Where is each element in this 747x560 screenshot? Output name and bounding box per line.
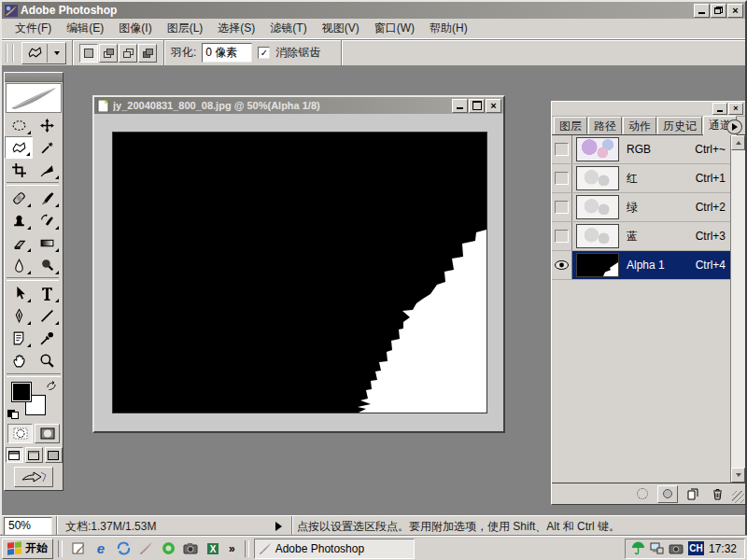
brush-tool[interactable] bbox=[33, 187, 61, 209]
channel-row-blue[interactable]: 蓝Ctrl+3 bbox=[552, 222, 731, 251]
eyedropper-tool[interactable] bbox=[33, 327, 61, 349]
photoshop-quicklaunch-icon[interactable] bbox=[137, 540, 154, 557]
delete-channel-button[interactable] bbox=[708, 486, 726, 502]
fullscreen-menubar-button[interactable] bbox=[25, 447, 43, 463]
visibility-toggle[interactable] bbox=[552, 251, 572, 279]
menu-view[interactable]: 视图(V) bbox=[315, 19, 367, 38]
network-computer-icon[interactable] bbox=[650, 542, 664, 554]
menu-help[interactable]: 帮助(H) bbox=[422, 19, 475, 38]
notes-tool[interactable] bbox=[5, 327, 33, 349]
menu-file[interactable]: 文件(F) bbox=[7, 19, 59, 38]
intersect-selection-button[interactable] bbox=[138, 44, 157, 63]
document-titlebar[interactable]: jy_20040831_800_08.jpg @ 50%(Alpha 1/8) … bbox=[94, 97, 503, 114]
standard-mode-button[interactable] bbox=[7, 424, 33, 443]
menu-image[interactable]: 图像(I) bbox=[111, 19, 159, 38]
quick-mask-mode-button[interactable] bbox=[35, 424, 60, 443]
magic-wand-tool[interactable] bbox=[33, 136, 61, 159]
doc-maximize-button[interactable] bbox=[469, 99, 485, 113]
gradient-tool[interactable] bbox=[33, 231, 61, 254]
standard-screen-button[interactable] bbox=[6, 447, 23, 463]
palette-minimize-button[interactable] bbox=[712, 103, 727, 115]
fullscreen-button[interactable] bbox=[45, 447, 63, 463]
channel-row-green[interactable]: 绿Ctrl+2 bbox=[552, 193, 731, 222]
canvas-alpha-channel[interactable] bbox=[112, 132, 487, 413]
visibility-toggle[interactable] bbox=[552, 135, 572, 163]
path-selection-tool[interactable] bbox=[5, 282, 33, 304]
type-tool[interactable] bbox=[33, 282, 61, 304]
dodge-tool[interactable] bbox=[33, 254, 61, 276]
visibility-toggle[interactable] bbox=[552, 222, 572, 250]
scroll-up-button[interactable] bbox=[731, 135, 745, 150]
visibility-toggle[interactable] bbox=[552, 193, 572, 221]
swap-colors-icon[interactable] bbox=[46, 381, 57, 391]
palette-close-button[interactable]: × bbox=[728, 103, 743, 115]
polygonal-lasso-tool[interactable] bbox=[5, 136, 33, 159]
tool-preset-dropdown[interactable] bbox=[48, 51, 65, 55]
add-selection-button[interactable] bbox=[99, 44, 118, 63]
status-popup-arrow-icon[interactable] bbox=[275, 522, 282, 531]
photoshop-feather-logo[interactable] bbox=[6, 83, 62, 113]
tab-layers[interactable]: 图层 bbox=[554, 117, 587, 134]
channel-row-red[interactable]: 红Ctrl+1 bbox=[552, 164, 731, 193]
crop-tool[interactable] bbox=[5, 159, 33, 181]
menu-layer[interactable]: 图层(L) bbox=[160, 19, 211, 38]
menu-select[interactable]: 选择(S) bbox=[210, 19, 262, 38]
hand-tool[interactable] bbox=[5, 349, 33, 371]
doc-close-button[interactable]: × bbox=[486, 99, 501, 113]
restore-button[interactable] bbox=[711, 4, 726, 18]
channel-row-alpha1[interactable]: Alpha 1Ctrl+4 bbox=[552, 251, 731, 280]
start-button[interactable]: 开始 bbox=[2, 539, 53, 559]
feather-input[interactable]: 0 像素 bbox=[202, 43, 252, 63]
resize-grip[interactable] bbox=[732, 491, 744, 503]
quicklaunch-overflow-button[interactable]: » bbox=[227, 542, 237, 555]
move-tool[interactable] bbox=[33, 114, 61, 136]
toolbox-drag-bar[interactable] bbox=[5, 73, 63, 82]
tab-actions[interactable]: 动作 bbox=[623, 117, 656, 134]
minimize-button[interactable] bbox=[694, 4, 710, 18]
jump-to-imageready-button[interactable] bbox=[14, 467, 53, 487]
internet-explorer-icon[interactable]: e bbox=[92, 540, 109, 557]
antivirus-umbrella-icon[interactable] bbox=[631, 541, 645, 555]
new-channel-button[interactable] bbox=[684, 486, 702, 502]
options-drag-grip[interactable] bbox=[6, 44, 14, 63]
slice-tool[interactable] bbox=[33, 159, 61, 181]
save-selection-button[interactable] bbox=[657, 485, 678, 503]
line-tool[interactable] bbox=[33, 304, 61, 327]
history-brush-tool[interactable] bbox=[33, 209, 61, 231]
zoom-tool[interactable] bbox=[33, 349, 61, 371]
palette-titlebar[interactable]: × bbox=[552, 102, 745, 117]
show-desktop-icon[interactable] bbox=[70, 540, 87, 557]
new-selection-button[interactable] bbox=[79, 44, 98, 63]
zoom-level-input[interactable]: 50% bbox=[4, 517, 52, 536]
foreground-color-swatch[interactable] bbox=[11, 382, 32, 402]
ellipse-marquee-tool[interactable] bbox=[5, 114, 33, 136]
tab-paths[interactable]: 路径 bbox=[588, 117, 622, 134]
menu-window[interactable]: 窗口(W) bbox=[367, 19, 422, 38]
eraser-tool[interactable] bbox=[5, 231, 33, 254]
pen-tool[interactable] bbox=[5, 304, 33, 327]
antialias-checkbox[interactable]: ✓ bbox=[258, 47, 270, 59]
document-size-info[interactable]: 文档:1.37M/1.53M bbox=[62, 519, 266, 535]
subtract-selection-button[interactable] bbox=[119, 44, 137, 63]
palette-menu-button[interactable] bbox=[726, 119, 742, 134]
photoshop-task-button[interactable]: Adobe Photoshop bbox=[254, 539, 415, 559]
ime-indicator[interactable]: CH bbox=[688, 541, 704, 555]
app-titlebar[interactable]: Adobe Photoshop × bbox=[2, 2, 745, 19]
channel-row-rgb[interactable]: RGBCtrl+~ bbox=[552, 135, 731, 164]
default-colors-icon[interactable] bbox=[7, 410, 19, 419]
menu-edit[interactable]: 编辑(E) bbox=[59, 19, 111, 38]
tool-preset-button[interactable] bbox=[21, 42, 66, 64]
scroll-down-button[interactable] bbox=[731, 468, 745, 483]
doc-minimize-button[interactable] bbox=[452, 99, 468, 113]
excel-icon[interactable]: X bbox=[204, 540, 221, 557]
camera-utility-icon[interactable] bbox=[182, 540, 199, 557]
menu-filter[interactable]: 滤镜(T) bbox=[262, 19, 314, 38]
visibility-toggle[interactable] bbox=[552, 164, 572, 192]
healing-brush-tool[interactable] bbox=[5, 187, 33, 209]
clock[interactable]: 17:32 bbox=[709, 542, 737, 555]
tab-history[interactable]: 历史记 bbox=[657, 117, 702, 134]
load-selection-button[interactable] bbox=[633, 486, 652, 502]
acdsee-icon[interactable] bbox=[160, 540, 176, 557]
outlook-express-icon[interactable] bbox=[115, 540, 132, 557]
palette-scrollbar[interactable] bbox=[730, 135, 745, 483]
